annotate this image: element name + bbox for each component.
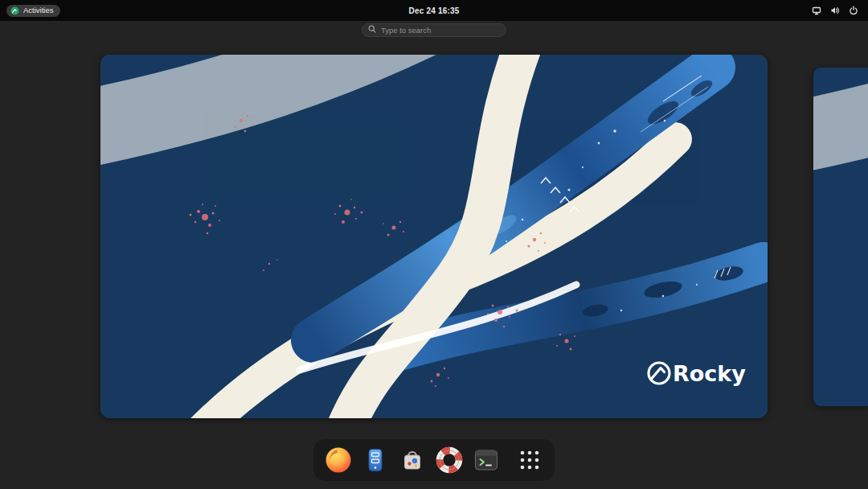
workspace-thumbnail-next[interactable] (813, 68, 868, 406)
search-input[interactable] (362, 23, 506, 37)
wallpaper-art (100, 55, 768, 418)
app-grid-icon (518, 448, 542, 472)
volume-icon (830, 6, 840, 15)
clock-button[interactable]: Dec 24 16:35 (408, 0, 459, 21)
show-apps-button[interactable] (514, 445, 545, 475)
files-icon (361, 446, 390, 475)
rocky-distro-icon (10, 6, 19, 15)
workspace-thumbnail-current[interactable] (100, 55, 768, 418)
wallpaper-art-peek (813, 68, 868, 406)
power-icon (849, 6, 858, 15)
network-icon (812, 6, 821, 15)
dash-app-software[interactable] (397, 445, 428, 475)
dash (313, 439, 555, 481)
help-lifebuoy-icon (435, 446, 464, 475)
system-status-area[interactable] (809, 4, 862, 17)
top-bar: Activities Dec 24 16:35 (0, 0, 868, 21)
activities-button[interactable]: Activities (6, 5, 60, 17)
dash-app-firefox[interactable] (323, 445, 354, 475)
terminal-icon (472, 446, 501, 475)
activities-label: Activities (23, 6, 53, 14)
dash-app-files[interactable] (360, 445, 391, 475)
dash-app-help[interactable] (434, 445, 465, 475)
firefox-icon (324, 446, 353, 475)
search-bar (362, 22, 506, 35)
software-icon (398, 446, 427, 475)
dash-app-terminal[interactable] (471, 445, 502, 475)
